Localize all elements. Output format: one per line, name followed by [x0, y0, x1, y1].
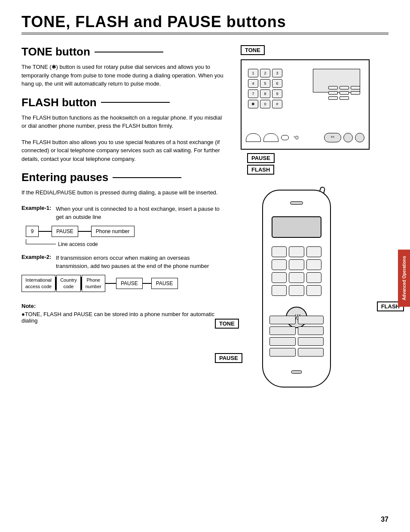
tone-box-handset: TONE — [215, 319, 239, 329]
keypad-area: 1 2 3 4 5 6 7 8 9 ✱ 0 # — [248, 69, 283, 109]
line-small-8 — [340, 96, 349, 100]
right-column: TONE 1 2 3 4 5 6 7 8 9 ✱ 0 — [232, 45, 378, 400]
flow-diagram-1-wrapper: 9 PAUSE Phone number — [26, 226, 223, 247]
handset-keypad — [272, 246, 321, 296]
flow-pause-2b: PAUSE — [151, 278, 178, 289]
arrow-2 — [78, 231, 91, 232]
phone-bottom-area: °O ⁶⁹ — [246, 133, 364, 142]
dial-controls: ⁶⁹ — [324, 133, 364, 142]
note-section: Note: ●TONE, FLASH and PAUSE can be stor… — [21, 303, 223, 324]
page-container: TONE, FLASH and PAUSE buttons TONE butto… — [0, 0, 410, 532]
handset-label-pause: PAUSE — [215, 353, 242, 363]
key-4: 4 — [248, 79, 258, 88]
example-2-text: If transmission errors occur when making… — [56, 254, 223, 271]
h-btn-6 — [298, 337, 324, 346]
tone-label-top: TONE — [241, 45, 370, 55]
tone-text: The TONE (✱) button is used for rotary p… — [21, 63, 223, 88]
display-lines — [328, 86, 360, 100]
example-1-text: When your unit is connected to a host ex… — [56, 205, 223, 221]
example-2-block: Example-2: If transmission errors occur … — [21, 254, 223, 292]
note-label: Note: — [21, 303, 223, 309]
line-small-7 — [328, 96, 338, 100]
tone-box-top: TONE — [241, 45, 265, 55]
pause-label-below: PAUSE — [247, 153, 370, 163]
main-title: TONE, FLASH and PAUSE buttons — [21, 13, 389, 34]
tone-heading: TONE button — [21, 45, 223, 58]
arrow-1 — [39, 231, 52, 232]
semi-oval-1 — [246, 133, 261, 142]
key-3: 3 — [272, 69, 282, 77]
example-2-header: Example-2: If transmission errors occur … — [21, 254, 223, 271]
handset-body: /// — [262, 190, 331, 387]
flash-label-below: FLASH — [247, 165, 370, 175]
line-small-2 — [340, 86, 349, 89]
line-access-wrapper: Line access code — [26, 239, 223, 247]
h-btn-3 — [269, 326, 296, 335]
pauses-intro: If the REDIAL/PAUSE button is pressed du… — [21, 188, 223, 197]
left-column: TONE button The TONE (✱) button is used … — [21, 45, 223, 400]
key-hash: # — [272, 100, 282, 108]
h-key-star — [272, 285, 287, 296]
h-key-3 — [306, 246, 321, 257]
h-btn-2 — [298, 316, 324, 324]
flow-nine: 9 — [26, 226, 39, 237]
bracket-shape — [26, 239, 56, 244]
key-9: 9 — [272, 89, 282, 98]
flow-country: Countrycode — [56, 275, 81, 292]
line-access-text: Line access code — [58, 241, 98, 247]
example-1-header: Example-1: When your unit is connected t… — [21, 205, 223, 221]
h-key-1 — [272, 246, 287, 257]
arrow-4 — [143, 283, 151, 284]
dot-indicator: °O — [291, 135, 301, 140]
heading-line-2 — [101, 102, 170, 103]
h-key-5 — [289, 259, 304, 270]
main-title-text: TONE, FLASH and PAUSE buttons — [21, 13, 389, 31]
key-5: 5 — [260, 79, 270, 88]
line-small-1 — [328, 86, 338, 89]
flow-diagram-2: Internationalaccess code Countrycode Pho… — [21, 275, 223, 292]
flow-pause-2a: PAUSE — [116, 278, 143, 289]
flash-text-1: The FLASH button functions as the hooksw… — [21, 114, 223, 130]
page-number: 37 — [381, 516, 389, 523]
line-small-4 — [328, 91, 338, 95]
key-7: 7 — [248, 89, 258, 98]
line-row-1 — [328, 86, 360, 89]
line-small-3 — [351, 86, 360, 89]
entering-pauses-section: Entering pauses If the REDIAL/PAUSE butt… — [21, 171, 223, 324]
key-0: 0 — [260, 100, 270, 108]
h-key-8 — [289, 272, 304, 283]
h-btn-4 — [298, 326, 324, 335]
heading-line-3 — [113, 177, 181, 178]
top-diagram-wrapper: TONE 1 2 3 4 5 6 7 8 9 ✱ 0 — [241, 45, 370, 175]
round-btn-2 — [355, 133, 364, 142]
h-btn-7 — [269, 348, 296, 357]
tone-section: TONE button The TONE (✱) button is used … — [21, 45, 223, 88]
flash-text-2: The FLASH button also allows you to use … — [21, 138, 223, 163]
line-row-2 — [328, 91, 360, 95]
key-1: 1 — [248, 69, 258, 77]
h-key-hash — [306, 285, 321, 296]
h-key-9 — [306, 272, 321, 283]
handset-bottom-btns — [269, 316, 324, 357]
h-btn-5 — [269, 337, 296, 346]
bracket-container — [26, 239, 56, 244]
flash-box: FLASH — [247, 165, 274, 175]
key-star: ✱ — [248, 100, 258, 108]
line-small-5 — [340, 91, 349, 95]
flow-phone-number: Phone number — [91, 226, 135, 237]
flow-pause-1: PAUSE — [52, 226, 78, 237]
handset-speaker — [290, 201, 303, 205]
two-col-layout: TONE button The TONE (✱) button is used … — [21, 45, 389, 400]
phone-top-diagram: 1 2 3 4 5 6 7 8 9 ✱ 0 # — [241, 59, 370, 150]
h-btn-8 — [298, 348, 324, 357]
flow-phone: Phonenumber — [82, 275, 105, 292]
pause-box: PAUSE — [247, 153, 275, 163]
phone-handset: /// TONE — [241, 185, 370, 400]
flash-section: FLASH button The FLASH button functions … — [21, 96, 223, 163]
key-2: 2 — [260, 69, 270, 77]
key-6: 6 — [272, 79, 282, 88]
flash-heading: FLASH button — [21, 96, 223, 109]
handset-label-tone: TONE — [215, 319, 239, 329]
flow-intl: Internationalaccess code — [21, 275, 55, 292]
example-1-block: Example-1: When your unit is connected t… — [21, 205, 223, 247]
